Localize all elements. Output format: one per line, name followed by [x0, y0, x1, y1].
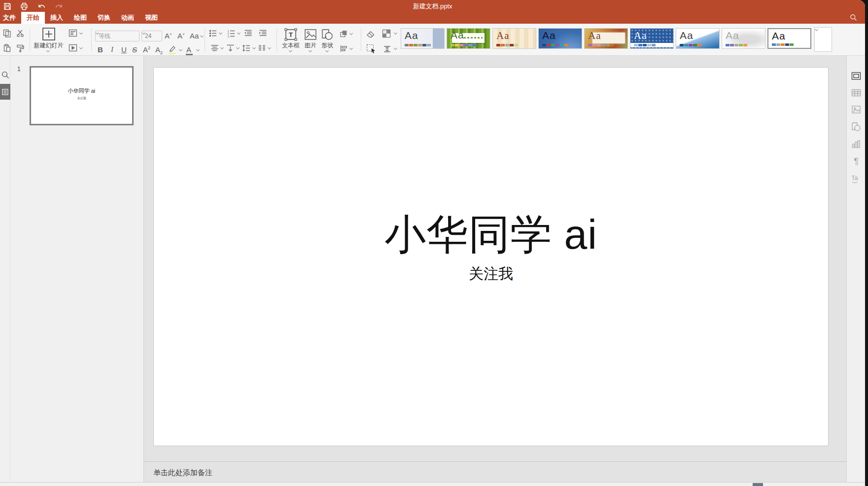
- find-button[interactable]: [1, 71, 9, 79]
- bold-button[interactable]: B: [98, 45, 103, 54]
- slide-panel-toggle-button[interactable]: [0, 84, 10, 100]
- theme-thumbnail-3[interactable]: Aa: [492, 28, 536, 49]
- paste-button[interactable]: [1, 42, 12, 53]
- theme-gallery: Aa Aa Aa Aa Aa Aa: [401, 28, 811, 49]
- grow-font-button[interactable]: A˄: [165, 32, 172, 40]
- copy-button[interactable]: [1, 28, 12, 38]
- decrease-indent-button[interactable]: [243, 29, 252, 37]
- tab-home[interactable]: 开始: [21, 12, 45, 24]
- theme-thumbnail-1[interactable]: Aa: [401, 28, 445, 49]
- slide-canvas[interactable]: 小华同学 ai 关注我: [153, 67, 829, 446]
- chevron-down-icon[interactable]: [236, 46, 240, 50]
- sidebar-image-button[interactable]: [851, 104, 862, 115]
- slide-subtitle-text[interactable]: 关注我: [154, 264, 828, 284]
- sidebar-shapes-button[interactable]: [851, 121, 862, 132]
- increase-indent-button[interactable]: [258, 29, 267, 37]
- align-text-button[interactable]: [210, 43, 219, 52]
- theme-thumbnail-5[interactable]: Aa: [584, 28, 628, 49]
- theme-thumbnail-9-selected[interactable]: Aa: [767, 28, 811, 49]
- superscript-button[interactable]: A2: [143, 45, 150, 54]
- svg-text:T: T: [289, 31, 293, 38]
- theme-label: Aa: [634, 30, 647, 42]
- chevron-down-icon[interactable]: [252, 46, 256, 50]
- theme-thumbnail-4[interactable]: Aa: [538, 28, 582, 49]
- slide-thumbnail[interactable]: 小华同学 ai 关注我: [30, 66, 134, 125]
- chevron-down-icon[interactable]: [394, 31, 398, 35]
- theme-label: Aa: [542, 30, 556, 41]
- slide-size-button[interactable]: [382, 44, 391, 53]
- notes-placeholder[interactable]: 单击此处添加备注: [153, 468, 212, 478]
- chevron-down-icon[interactable]: [179, 48, 183, 52]
- theme-color-swatch: [776, 43, 780, 46]
- chevron-down-icon[interactable]: [220, 46, 224, 50]
- chevron-down-icon[interactable]: [349, 46, 353, 50]
- chevron-down-icon[interactable]: [268, 46, 272, 50]
- theme-color-swatch: [473, 44, 477, 46]
- tab-draw[interactable]: 绘图: [69, 12, 92, 24]
- sidebar-textart-button[interactable]: Ta: [851, 174, 862, 185]
- slide-layout-button[interactable]: [68, 28, 78, 38]
- shading-button[interactable]: [382, 29, 391, 38]
- theme-thumbnail-8[interactable]: Aa: [722, 28, 765, 49]
- chevron-down-icon[interactable]: [349, 32, 353, 36]
- tab-animations[interactable]: 动画: [116, 12, 139, 24]
- theme-color-swatch: [459, 44, 463, 46]
- sidebar-paragraph-button[interactable]: ¶: [851, 156, 862, 167]
- eraser-icon: [366, 30, 375, 38]
- text-art-icon: Ta: [851, 174, 862, 185]
- underline-button[interactable]: U: [121, 45, 127, 54]
- chevron-down-icon[interactable]: [79, 31, 83, 35]
- sidebar-chart-button[interactable]: [851, 139, 862, 150]
- chevron-down-icon[interactable]: [394, 46, 398, 50]
- tab-view[interactable]: 视图: [139, 12, 163, 24]
- line-spacing-icon: [242, 44, 250, 52]
- tab-transitions[interactable]: 切换: [92, 12, 116, 24]
- chevron-down-icon[interactable]: [237, 31, 241, 35]
- copy-icon: [3, 29, 11, 37]
- font-size-combo[interactable]: 24: [141, 31, 162, 41]
- line-spacing-button[interactable]: [242, 43, 250, 52]
- horizontal-scrollbar-thumb[interactable]: [753, 483, 763, 486]
- theme-thumbnail-2[interactable]: Aa: [447, 28, 490, 49]
- sidebar-layout-button[interactable]: [851, 71, 862, 81]
- align-objects-button[interactable]: [339, 44, 348, 53]
- svg-text:Ta: Ta: [851, 174, 859, 182]
- vertical-align-button[interactable]: [226, 43, 235, 52]
- notes-divider[interactable]: [144, 461, 846, 462]
- theme-color-swatch: [418, 44, 422, 46]
- bullet-list-button[interactable]: [208, 29, 217, 37]
- format-painter-button[interactable]: [15, 42, 26, 53]
- arrange-button[interactable]: [339, 29, 348, 38]
- select-button[interactable]: [366, 43, 377, 54]
- numbered-list-button[interactable]: 1 2 3: [227, 29, 236, 37]
- search-button[interactable]: [850, 14, 857, 23]
- highlight-color-button[interactable]: [168, 44, 177, 54]
- slideshow-button[interactable]: [68, 43, 78, 53]
- chevron-down-icon[interactable]: [79, 46, 83, 50]
- sidebar-table-button[interactable]: [851, 87, 862, 98]
- theme-thumbnail-7[interactable]: Aa: [676, 28, 720, 49]
- chevron-down-icon[interactable]: [196, 48, 200, 52]
- chevron-down-icon[interactable]: [219, 31, 223, 35]
- theme-color-swatch: [427, 44, 431, 46]
- chevron-down-icon[interactable]: [200, 34, 204, 38]
- slide-title-text[interactable]: 小华同学 ai: [154, 207, 828, 263]
- cut-icon: [16, 29, 25, 37]
- tab-insert[interactable]: 插入: [45, 12, 69, 24]
- tab-file[interactable]: 文件: [0, 12, 21, 24]
- theme-label: Aa: [451, 29, 464, 41]
- theme-color-swatch: [501, 44, 505, 46]
- vertical-align-icon: [226, 44, 235, 52]
- subscript-button[interactable]: A2: [155, 45, 163, 55]
- theme-thumbnail-6[interactable]: Aa: [630, 28, 674, 49]
- strikethrough-button[interactable]: S: [132, 45, 137, 54]
- columns-button[interactable]: [257, 43, 266, 52]
- font-color-button[interactable]: A: [186, 45, 191, 54]
- cut-button[interactable]: [15, 28, 26, 38]
- shrink-font-button[interactable]: A˅: [177, 32, 185, 40]
- eraser-button[interactable]: [366, 29, 376, 39]
- change-case-button[interactable]: Aa: [190, 32, 199, 40]
- font-name-combo[interactable]: 等线: [95, 31, 139, 41]
- italic-button[interactable]: I: [111, 45, 113, 54]
- theme-gallery-more-button[interactable]: [814, 27, 832, 52]
